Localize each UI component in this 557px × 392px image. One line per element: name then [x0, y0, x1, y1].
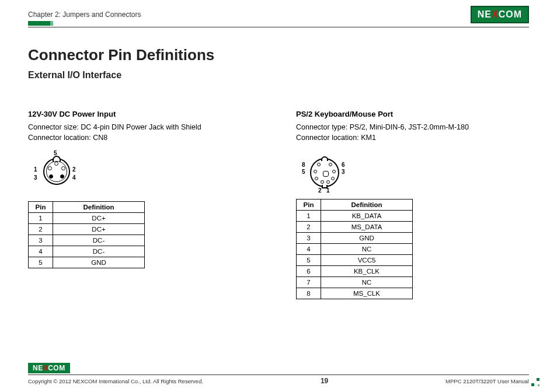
table-row: 4NC: [297, 244, 413, 255]
logo-part-b: COM: [48, 364, 65, 372]
cell-pin: 5: [297, 255, 321, 266]
ps2-center: [323, 171, 329, 177]
cell-pin: 4: [29, 246, 53, 257]
manual-title: MPPC 2120T/3220T User Manual: [445, 378, 529, 384]
ps2-pin: [314, 170, 317, 173]
ps2-desc: Connector type: PS/2, Mini-DIN-6, JST-2.…: [296, 122, 529, 143]
cell-def: KB_DATA: [321, 211, 413, 222]
ps2-pin: [331, 177, 335, 180]
dc-pin-table: Pin Definition 1DC+ 2DC+ 3DC- 4DC- 5GND: [28, 201, 145, 268]
table-row: 4DC-: [29, 246, 145, 257]
logo-part-x: X: [43, 364, 48, 372]
pin-label-1: 1: [34, 166, 37, 173]
ps2-notch: [321, 156, 328, 161]
logo-part-b: COM: [499, 9, 522, 20]
ps2-heading: PS/2 Keyboard/Mouse Port: [296, 110, 529, 118]
cell-def: DC+: [53, 213, 145, 224]
cell-def: MS_DATA: [321, 222, 413, 233]
table-row: 3DC-: [29, 235, 145, 246]
table-row: 1KB_DATA: [297, 211, 413, 222]
logo-part-a: NE: [33, 364, 43, 372]
chapter-label: Chapter 2: Jumpers and Connectors: [28, 10, 141, 19]
cell-pin: 8: [297, 288, 321, 299]
pin-label-2: 2: [72, 166, 76, 173]
cell-pin: 4: [297, 244, 321, 255]
ps2-connector-diagram: 8 5 6 3 2 1: [302, 151, 347, 193]
ps2-pin: [326, 180, 330, 184]
content-columns: 12V-30V DC Power Input Connector size: D…: [0, 86, 557, 299]
table-row: 3GND: [297, 233, 413, 244]
ps2-bottom-notch: [322, 185, 328, 188]
cell-pin: 2: [297, 222, 321, 233]
connector-outer: [43, 158, 70, 185]
ps2-outer: [310, 158, 339, 187]
cell-def: GND: [53, 257, 145, 268]
th-def: Definition: [53, 202, 145, 213]
logo-part-x: X: [492, 9, 499, 20]
ps2-pin: [329, 163, 332, 166]
table-row: 5GND: [29, 257, 145, 268]
ps2-pin: [332, 170, 336, 173]
copyright-text: Copyright © 2012 NEXCOM International Co…: [28, 378, 203, 384]
cell-def: DC-: [53, 235, 145, 246]
dc-conn-size: Connector size: DC 4-pin DIN Power Jack …: [28, 123, 201, 131]
cell-pin: 5: [29, 257, 53, 268]
footer-rule: [28, 374, 529, 375]
th-def: Definition: [321, 200, 413, 211]
page-footer: NEXCOM Copyright © 2012 NEXCOM Internati…: [0, 362, 557, 392]
cell-pin: 7: [297, 277, 321, 288]
pin-label-5: 5: [302, 169, 305, 175]
table-row: 5VCC5: [297, 255, 413, 266]
pin-label-8: 8: [302, 162, 305, 168]
cell-pin: 1: [297, 211, 321, 222]
ps2-conn-loc: Connector location: KM1: [296, 134, 376, 142]
pin-label-3: 3: [34, 174, 37, 181]
table-header-row: Pin Definition: [297, 200, 413, 211]
cell-def: MS_CLK: [321, 288, 413, 299]
ps2-pin: [321, 180, 324, 184]
pin-label-2: 2: [318, 187, 322, 194]
ps2-pin: [317, 163, 321, 166]
logo-part-a: NE: [478, 9, 492, 20]
page-header: Chapter 2: Jumpers and Connectors NEXCOM: [0, 0, 557, 23]
table-header-row: Pin Definition: [29, 202, 145, 213]
footer-row: Copyright © 2012 NEXCOM International Co…: [28, 377, 529, 385]
section-subtitle: External I/O Interface: [28, 70, 529, 80]
cell-pin: 3: [29, 235, 53, 246]
dc-power-heading: 12V-30V DC Power Input: [28, 110, 261, 118]
cell-def: KB_CLK: [321, 266, 413, 277]
th-pin: Pin: [297, 200, 321, 211]
pin-label-6: 6: [342, 162, 345, 168]
page-title: Connector Pin Definitions: [28, 46, 529, 64]
page-number: 19: [321, 377, 328, 385]
cell-pin: 3: [297, 233, 321, 244]
ps2-conn-type: Connector type: PS/2, Mini-DIN-6, JST-2.…: [296, 123, 469, 131]
ps2-pin: [315, 177, 318, 180]
table-row: 2DC+: [29, 224, 145, 235]
table-row: 6KB_CLK: [297, 266, 413, 277]
right-column: PS/2 Keyboard/Mouse Port Connector type:…: [296, 110, 529, 299]
left-column: 12V-30V DC Power Input Connector size: D…: [28, 110, 261, 299]
table-row: 8MS_CLK: [297, 288, 413, 299]
cell-def: NC: [321, 277, 413, 288]
dc-conn-loc: Connector location: CN8: [28, 134, 107, 142]
nexcom-logo-footer: NEXCOM: [28, 363, 70, 373]
dc-connector-diagram: 5 1 2 3 4: [36, 151, 77, 192]
pin-label-3: 3: [342, 169, 345, 175]
accent-bar: [28, 21, 50, 26]
table-row: 1DC+: [29, 213, 145, 224]
cell-pin: 1: [29, 213, 53, 224]
cell-def: DC+: [53, 224, 145, 235]
cell-def: GND: [321, 233, 413, 244]
cell-def: NC: [321, 244, 413, 255]
cell-pin: 2: [29, 224, 53, 235]
pin-label-4: 4: [72, 174, 76, 181]
corner-marks-icon: [531, 378, 539, 386]
table-row: 7NC: [297, 277, 413, 288]
cell-pin: 6: [297, 266, 321, 277]
table-row: 2MS_DATA: [297, 222, 413, 233]
cell-def: DC-: [53, 246, 145, 257]
th-pin: Pin: [29, 202, 53, 213]
ps2-pin-table: Pin Definition 1KB_DATA 2MS_DATA 3GND 4N…: [296, 199, 413, 299]
accent-bar-light: [50, 21, 53, 26]
